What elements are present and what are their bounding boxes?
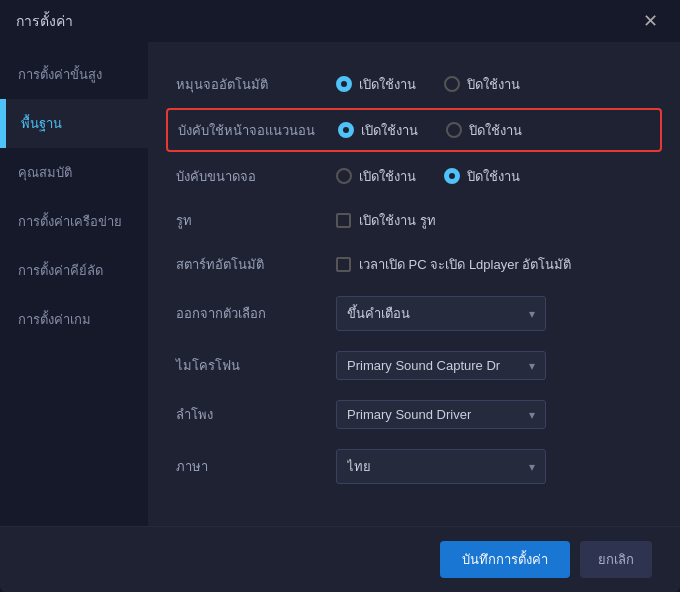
language-value: ไทย: [347, 456, 371, 477]
screen-orientation-radio-group: เปิดใช้งาน ปิดใช้งาน: [336, 74, 520, 95]
fullscreen-on[interactable]: เปิดใช้งาน: [338, 120, 418, 141]
speaker-label: ลำโพง: [176, 404, 336, 425]
language-dropdown[interactable]: ไทย ▾: [336, 449, 546, 484]
sidebar-item-game[interactable]: การตั้งค่าเกม: [0, 295, 148, 344]
fullscreen-radio-group: เปิดใช้งาน ปิดใช้งาน: [338, 120, 522, 141]
sidebar-item-network[interactable]: การตั้งค่าเครือข่าย: [0, 197, 148, 246]
speaker-value: Primary Sound Driver: [347, 407, 471, 422]
speaker-dropdown[interactable]: Primary Sound Driver ▾: [336, 400, 546, 429]
autostart-checkbox-group: เวลาเปิด PC จะเปิด Ldplayer อัตโนมัติ: [336, 254, 571, 275]
speaker-row: ลำโพง Primary Sound Driver ▾: [176, 390, 652, 439]
dialog-content: การตั้งค่าขั้นสูง พื้นฐาน คุณสมบัติ การต…: [0, 42, 680, 526]
microphone-dropdown[interactable]: Primary Sound Capture Dr ▾: [336, 351, 546, 380]
screen-size-label: บังคับขนาดจอ: [176, 166, 336, 187]
microphone-row: ไมโครโฟน Primary Sound Capture Dr ▾: [176, 341, 652, 390]
microphone-value: Primary Sound Capture Dr: [347, 358, 500, 373]
fullscreen-on-radio[interactable]: [338, 122, 354, 138]
fullscreen-off[interactable]: ปิดใช้งาน: [446, 120, 522, 141]
screen-orientation-on-radio[interactable]: [336, 76, 352, 92]
root-checkbox-group: เปิดใช้งาน รูท: [336, 210, 436, 231]
screen-orientation-off-radio[interactable]: [444, 76, 460, 92]
language-arrow: ▾: [529, 460, 535, 474]
language-row: ภาษา ไทย ▾: [176, 439, 652, 494]
screen-size-row: บังคับขนาดจอ เปิดใช้งาน ปิดใช้งาน: [176, 154, 652, 198]
screen-size-off-radio[interactable]: [444, 168, 460, 184]
screen-orientation-label: หมุนจออัตโนมัติ: [176, 74, 336, 95]
screen-size-off[interactable]: ปิดใช้งาน: [444, 166, 520, 187]
title-bar: การตั้งค่า ✕: [0, 0, 680, 42]
screen-orientation-row: หมุนจออัตโนมัติ เปิดใช้งาน ปิดใช้งาน: [176, 62, 652, 106]
fullscreen-row: บังคับใช้หน้าจอแนวนอน เปิดใช้งาน ปิดใช้ง…: [166, 108, 662, 152]
sidebar-item-basic[interactable]: พื้นฐาน: [0, 99, 148, 148]
cancel-button[interactable]: ยกเลิก: [580, 541, 652, 578]
exit-choice-arrow: ▾: [529, 307, 535, 321]
screen-orientation-off[interactable]: ปิดใช้งาน: [444, 74, 520, 95]
microphone-arrow: ▾: [529, 359, 535, 373]
sidebar-item-advanced[interactable]: การตั้งค่าขั้นสูง: [0, 50, 148, 99]
close-button[interactable]: ✕: [637, 10, 664, 32]
root-checkbox-label: เปิดใช้งาน รูท: [359, 210, 436, 231]
screen-size-on-radio[interactable]: [336, 168, 352, 184]
fullscreen-label: บังคับใช้หน้าจอแนวนอน: [178, 120, 338, 141]
language-label: ภาษา: [176, 456, 336, 477]
screen-size-on[interactable]: เปิดใช้งาน: [336, 166, 416, 187]
autostart-checkbox[interactable]: [336, 257, 351, 272]
screen-size-radio-group: เปิดใช้งาน ปิดใช้งาน: [336, 166, 520, 187]
root-checkbox[interactable]: [336, 213, 351, 228]
dialog-title: การตั้งค่า: [16, 10, 73, 32]
sidebar: การตั้งค่าขั้นสูง พื้นฐาน คุณสมบัติ การต…: [0, 42, 148, 526]
microphone-label: ไมโครโฟน: [176, 355, 336, 376]
autostart-checkbox-label: เวลาเปิด PC จะเปิด Ldplayer อัตโนมัติ: [359, 254, 571, 275]
exit-choice-dropdown[interactable]: ขึ้นคำเตือน ▾: [336, 296, 546, 331]
screen-orientation-on[interactable]: เปิดใช้งาน: [336, 74, 416, 95]
root-row: รูท เปิดใช้งาน รูท: [176, 198, 652, 242]
autostart-row: สตาร์ทอัตโนมัติ เวลาเปิด PC จะเปิด Ldpla…: [176, 242, 652, 286]
main-panel: หมุนจออัตโนมัติ เปิดใช้งาน ปิดใช้งาน บัง…: [148, 42, 680, 526]
exit-choice-row: ออกจากตัวเลือก ขึ้นคำเตือน ▾: [176, 286, 652, 341]
save-button[interactable]: บันทึกการตั้งค่า: [440, 541, 570, 578]
root-label: รูท: [176, 210, 336, 231]
fullscreen-off-radio[interactable]: [446, 122, 462, 138]
autostart-label: สตาร์ทอัตโนมัติ: [176, 254, 336, 275]
sidebar-item-quality[interactable]: คุณสมบัติ: [0, 148, 148, 197]
exit-choice-label: ออกจากตัวเลือก: [176, 303, 336, 324]
speaker-arrow: ▾: [529, 408, 535, 422]
settings-dialog: การตั้งค่า ✕ การตั้งค่าขั้นสูง พื้นฐาน ค…: [0, 0, 680, 592]
sidebar-item-shortcut[interactable]: การตั้งค่าคีย์ลัด: [0, 246, 148, 295]
footer: บันทึกการตั้งค่า ยกเลิก: [0, 526, 680, 592]
exit-choice-value: ขึ้นคำเตือน: [347, 303, 410, 324]
